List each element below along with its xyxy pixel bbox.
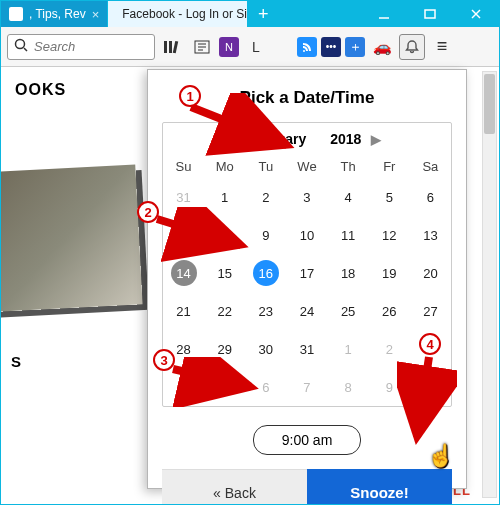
window-maximize-button[interactable]: [407, 1, 453, 27]
calendar-day-header: Tu: [245, 155, 286, 178]
calendar-day-header: Sa: [410, 155, 451, 178]
reader-icon[interactable]: [189, 34, 215, 60]
calendar-day: 4: [163, 368, 204, 406]
annotation-badge-1: 1: [179, 85, 201, 107]
calendar-day-header: Su: [163, 155, 204, 178]
next-month-icon[interactable]: ▶: [371, 132, 381, 147]
new-tab-button[interactable]: +: [248, 1, 278, 27]
svg-line-5: [24, 48, 27, 51]
tab-1-label: , Tips, Rev: [29, 7, 86, 21]
onenote-icon[interactable]: N: [219, 37, 239, 57]
calendar-day: 7: [286, 368, 327, 406]
svg-rect-7: [169, 41, 172, 53]
calendar-day[interactable]: 17: [286, 254, 327, 292]
calendar-day[interactable]: 11: [328, 216, 369, 254]
time-input[interactable]: 9:00 am: [253, 425, 361, 455]
calendar-day[interactable]: 21: [163, 292, 204, 330]
calendar-day-header: Mo: [204, 155, 245, 178]
back-button[interactable]: « Back: [162, 469, 307, 505]
page-heading: OOKS: [15, 81, 66, 99]
calendar-header: ◀ January 2018 ▶: [163, 123, 451, 155]
page-content: OOKS S VIEW ALL Pick a Date/Time ◀ Janua…: [1, 69, 499, 504]
car-icon[interactable]: 🚗: [369, 34, 395, 60]
calendar-day: 5: [204, 368, 245, 406]
calendar-year: 2018: [330, 131, 361, 147]
calendar-day[interactable]: 16: [245, 254, 286, 292]
calendar: ◀ January 2018 ▶ SuMoTuWeThFrSa311234567…: [162, 122, 452, 407]
calendar-day: 1: [328, 330, 369, 368]
calendar-day[interactable]: 18: [328, 254, 369, 292]
library-icon[interactable]: [159, 34, 185, 60]
calendar-day[interactable]: 22: [204, 292, 245, 330]
calendar-day[interactable]: 9: [245, 216, 286, 254]
tab-2-label: Facebook - Log In or Sign U: [122, 7, 248, 21]
notifications-bell-icon[interactable]: [399, 34, 425, 60]
calendar-day[interactable]: 12: [369, 216, 410, 254]
snooze-panel: Pick a Date/Time ◀ January 2018 ▶ SuMoTu…: [147, 69, 467, 489]
calendar-day: 9: [369, 368, 410, 406]
annotation-badge-4: 4: [419, 333, 441, 355]
calendar-day[interactable]: 23: [245, 292, 286, 330]
calendar-day[interactable]: 30: [245, 330, 286, 368]
search-icon: [14, 38, 28, 56]
calendar-day: 8: [328, 368, 369, 406]
calendar-day[interactable]: 6: [410, 178, 451, 216]
calendar-day[interactable]: 20: [410, 254, 451, 292]
calendar-day-header: Th: [328, 155, 369, 178]
calendar-grid: SuMoTuWeThFrSa31123456789101112131415161…: [163, 155, 451, 406]
calendar-day-header: We: [286, 155, 327, 178]
window-minimize-button[interactable]: [361, 1, 407, 27]
calendar-day-header: Fr: [369, 155, 410, 178]
calendar-day[interactable]: 7: [163, 216, 204, 254]
svg-rect-8: [173, 40, 178, 52]
calendar-day[interactable]: 25: [328, 292, 369, 330]
calendar-day[interactable]: 5: [369, 178, 410, 216]
article-thumbnail[interactable]: [0, 164, 143, 313]
window-close-button[interactable]: [453, 1, 499, 27]
snooze-button-label: Snooze!: [350, 484, 408, 501]
panel-title: Pick a Date/Time: [162, 88, 452, 108]
calendar-day: 6: [245, 368, 286, 406]
calendar-day[interactable]: 10: [286, 216, 327, 254]
calendar-day[interactable]: 26: [369, 292, 410, 330]
calendar-day[interactable]: 27: [410, 292, 451, 330]
scrollbar-thumb[interactable]: [484, 74, 495, 134]
calendar-day[interactable]: 29: [204, 330, 245, 368]
calendar-day[interactable]: 4: [328, 178, 369, 216]
snooze-button[interactable]: Snooze!: [307, 469, 452, 505]
calendar-day: 31: [163, 178, 204, 216]
calendar-day[interactable]: 24: [286, 292, 327, 330]
menu-button[interactable]: ≡: [429, 34, 455, 60]
calendar-day[interactable]: 3: [286, 178, 327, 216]
tab-1-favicon: [9, 7, 23, 21]
calendar-day: 2: [369, 330, 410, 368]
calendar-month: January: [253, 131, 307, 147]
passwords-icon[interactable]: •••: [321, 37, 341, 57]
calendar-day[interactable]: 19: [369, 254, 410, 292]
svg-rect-1: [425, 10, 435, 18]
annotation-badge-3: 3: [153, 349, 175, 371]
panel-button-row: « Back Snooze!: [162, 469, 452, 505]
feed-icon[interactable]: [297, 37, 317, 57]
search-box[interactable]: [7, 34, 155, 60]
vertical-scrollbar[interactable]: [482, 71, 497, 498]
calendar-day[interactable]: 31: [286, 330, 327, 368]
tab-1[interactable]: , Tips, Rev ×: [1, 1, 108, 27]
window-titlebar: , Tips, Rev × Facebook - Log In or Sign …: [1, 1, 499, 27]
calendar-day[interactable]: 13: [410, 216, 451, 254]
add-icon[interactable]: ＋: [345, 37, 365, 57]
hand-cursor-icon: ☝: [427, 443, 454, 469]
calendar-day[interactable]: 8: [204, 216, 245, 254]
letter-l-icon[interactable]: L: [243, 34, 269, 60]
calendar-day[interactable]: 14: [163, 254, 204, 292]
search-input[interactable]: [34, 39, 148, 54]
calendar-day[interactable]: 2: [245, 178, 286, 216]
browser-toolbar: N L ••• ＋ 🚗 ≡: [1, 27, 499, 67]
calendar-day[interactable]: 15: [204, 254, 245, 292]
annotation-badge-2: 2: [137, 201, 159, 223]
tab-1-close-icon[interactable]: ×: [92, 7, 100, 22]
prev-month-icon[interactable]: ◀: [233, 132, 243, 147]
svg-rect-6: [164, 41, 167, 53]
tab-2[interactable]: Facebook - Log In or Sign U: [108, 1, 248, 27]
calendar-day[interactable]: 1: [204, 178, 245, 216]
